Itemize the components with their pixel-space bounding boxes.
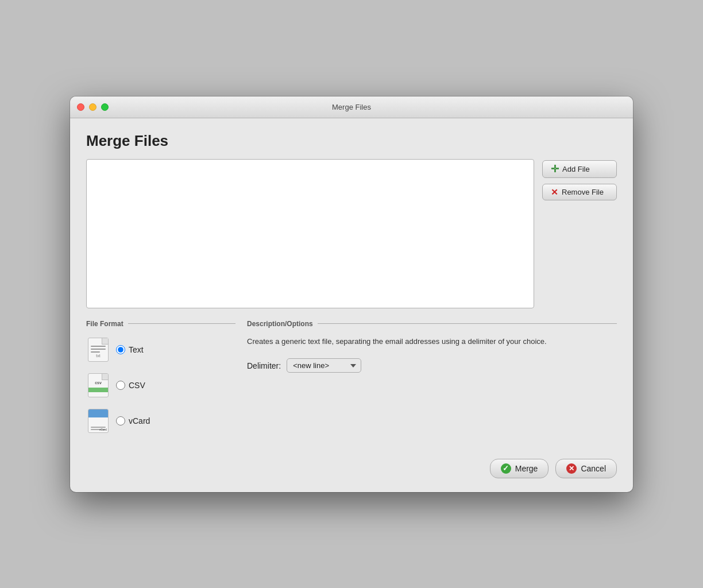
- txt-icon-lines: [91, 346, 106, 353]
- merge-files-window: Merge Files Merge Files ✛ Add File ✕ Rem…: [70, 96, 633, 492]
- csv-icon-shape: csv: [88, 373, 109, 397]
- file-buttons: ✛ Add File ✕ Remove File: [542, 159, 617, 308]
- txt-icon-shape: txt: [88, 338, 109, 362]
- txt-label: txt: [96, 354, 100, 358]
- page-title: Merge Files: [86, 132, 617, 150]
- format-option-text: txt Text: [86, 336, 235, 363]
- description-header: Description/Options: [247, 320, 617, 328]
- merge-button-label: Merge: [515, 464, 538, 473]
- add-file-button[interactable]: ✛ Add File: [542, 160, 617, 178]
- delimiter-select[interactable]: <new line> <comma> <semicolon> <tab> <sp…: [287, 358, 361, 373]
- bottom-section: File Format txt: [86, 320, 617, 443]
- vcard-radio-label[interactable]: vCard: [116, 416, 150, 425]
- titlebar: Merge Files: [70, 96, 633, 118]
- delimiter-row: Delimiter: <new line> <comma> <semicolon…: [247, 358, 617, 373]
- remove-icon: ✕: [551, 188, 558, 196]
- description-label: Description/Options: [247, 320, 313, 328]
- footer-buttons: ✓ Merge ✕ Cancel: [86, 457, 617, 478]
- file-format-header: File Format: [86, 320, 235, 328]
- csv-icon-label: csv: [95, 381, 102, 385]
- content-area: Merge Files ✛ Add File ✕ Remove File Fil…: [70, 118, 633, 492]
- description-divider: [318, 323, 617, 324]
- vcard-icon-bar: [88, 409, 108, 417]
- csv-radio-label[interactable]: CSV: [116, 381, 145, 390]
- delimiter-label: Delimiter:: [247, 361, 281, 370]
- cancel-button-label: Cancel: [581, 464, 606, 473]
- csv-radio[interactable]: [116, 381, 125, 390]
- merge-button[interactable]: ✓ Merge: [490, 459, 549, 478]
- minimize-button[interactable]: [89, 103, 96, 111]
- csv-file-icon: csv: [86, 372, 110, 399]
- csv-icon-bar: [88, 388, 108, 392]
- window-title: Merge Files: [332, 103, 371, 111]
- file-list-box[interactable]: [86, 159, 534, 308]
- vcard-radio[interactable]: [116, 416, 125, 425]
- description-section: Description/Options Creates a generic te…: [235, 320, 617, 443]
- traffic-lights: [77, 103, 109, 111]
- text-option-label: Text: [129, 345, 144, 354]
- vcard-file-icon: vCard: [86, 407, 110, 435]
- cancel-x-icon: ✕: [566, 463, 577, 474]
- file-section: ✛ Add File ✕ Remove File: [86, 159, 617, 308]
- add-icon: ✛: [551, 164, 559, 174]
- remove-file-button[interactable]: ✕ Remove File: [542, 184, 617, 200]
- file-format-label: File Format: [86, 320, 123, 328]
- cancel-button[interactable]: ✕ Cancel: [555, 459, 617, 478]
- maximize-button[interactable]: [101, 103, 109, 111]
- remove-file-label: Remove File: [562, 188, 604, 196]
- txt-file-icon: txt: [86, 336, 110, 363]
- format-option-vcard: vCard vCard: [86, 407, 235, 435]
- merge-check-icon: ✓: [501, 463, 511, 474]
- file-format-section: File Format txt: [86, 320, 235, 443]
- vcard-icon-shape: vCard: [88, 409, 109, 433]
- description-text: Creates a generic text file, separating …: [247, 336, 617, 347]
- add-file-label: Add File: [562, 165, 590, 173]
- csv-option-label: CSV: [129, 381, 145, 390]
- file-format-divider: [128, 323, 235, 324]
- text-radio-label[interactable]: Text: [116, 345, 144, 354]
- vcard-bottom-label: vCard: [99, 428, 107, 431]
- vcard-option-label: vCard: [129, 416, 150, 425]
- format-option-csv: csv CSV: [86, 372, 235, 399]
- close-button[interactable]: [77, 103, 84, 111]
- text-radio[interactable]: [116, 345, 125, 354]
